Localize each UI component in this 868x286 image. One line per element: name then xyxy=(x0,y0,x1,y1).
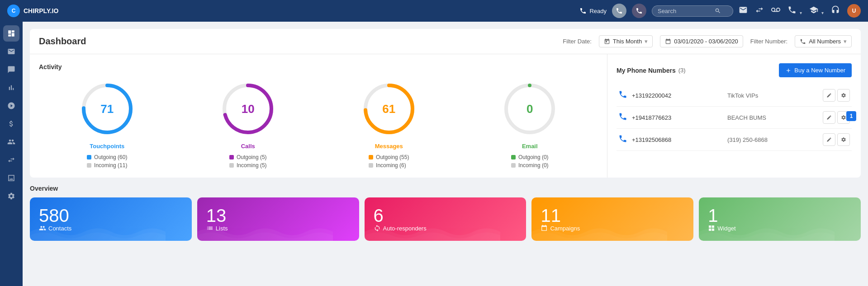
phone-numbers-count: (3) xyxy=(678,67,686,74)
legend-dot-outgoing xyxy=(87,155,91,159)
calendar-range-icon xyxy=(665,38,671,45)
overview-card-widget[interactable]: 1 Widget xyxy=(699,197,861,241)
nav-actions: ▾ ▾ U xyxy=(739,4,861,18)
filter-number-label: Filter Number: xyxy=(750,38,787,45)
phone-number-value: +13192200042 xyxy=(632,92,723,99)
overview-cards: 580 Contacts 13 Lists 6 Auto-responders xyxy=(30,197,861,241)
edit-phone-button[interactable] xyxy=(823,111,835,124)
donut-touchpoints: 71 xyxy=(78,80,137,138)
search-bar[interactable] xyxy=(652,5,733,17)
plus-icon xyxy=(785,67,792,74)
chart-label-messages: Messages xyxy=(375,143,403,150)
top-navigation: C CHIRPLY.IO Ready ▾ ▾ xyxy=(0,0,868,22)
overview-card-lists[interactable]: 13 Lists xyxy=(197,197,359,241)
overview-card-campaigns[interactable]: 11 Campaigns xyxy=(531,197,693,241)
chart-touchpoints: 71 Touchpoints Outgoing (60) Incoming (1… xyxy=(78,80,137,169)
voicemail-icon[interactable] xyxy=(771,5,780,17)
filter-number-select[interactable]: All Numbers ▾ xyxy=(795,35,852,47)
date-range-value: 03/01/2020 - 03/06/2020 xyxy=(674,38,738,45)
overview-title: Overview xyxy=(30,185,861,192)
chart-label-email: Email xyxy=(522,143,538,150)
phone-row: +19418776623 BEACH BUMS xyxy=(617,107,852,129)
headphones-icon[interactable] xyxy=(831,5,840,17)
settings-phone-button[interactable] xyxy=(837,89,850,102)
cap-dropdown-icon[interactable]: ▾ xyxy=(809,5,824,17)
activity-title: Activity xyxy=(39,63,598,70)
donut-calls: 10 xyxy=(218,80,277,138)
card-wave xyxy=(197,223,333,241)
donut-value-touchpoints: 71 xyxy=(100,102,114,116)
chart-legend-messages: Outgoing (55) Incoming (6) xyxy=(369,154,409,169)
ready-status: Ready xyxy=(579,7,607,14)
avatar[interactable]: U xyxy=(847,4,861,18)
chart-legend-calls: Outgoing (5) Incoming (5) xyxy=(229,154,267,169)
legend-outgoing-label: Outgoing (60) xyxy=(94,154,127,160)
sidebar-item-billing[interactable] xyxy=(3,116,19,132)
phone-filter-icon xyxy=(800,38,806,45)
sidebar-item-reports[interactable] xyxy=(3,80,19,96)
notification-badge: 1 xyxy=(846,111,856,121)
legend-dot-incoming xyxy=(229,163,234,168)
phone-number-icon xyxy=(618,90,627,101)
mail-icon[interactable] xyxy=(739,5,748,17)
phone-number-icon xyxy=(618,134,627,145)
edit-phone-button[interactable] xyxy=(823,133,835,146)
charts-row: 71 Touchpoints Outgoing (60) Incoming (1… xyxy=(39,80,598,169)
chart-legend-touchpoints: Outgoing (60) Incoming (11) xyxy=(87,154,127,169)
sidebar-item-media[interactable] xyxy=(3,170,19,186)
legend-dot-incoming xyxy=(369,163,373,168)
settings-phone-button[interactable] xyxy=(837,133,850,146)
donut-value-calls: 10 xyxy=(242,102,255,116)
sidebar-item-campaigns[interactable] xyxy=(3,98,19,114)
search-input[interactable] xyxy=(658,8,712,14)
card-number-autoresponders: 6 xyxy=(374,206,517,225)
buy-number-button[interactable]: Buy a New Number xyxy=(779,63,852,77)
main-layout: Dashboard Filter Date: This Month ▾ 03/0… xyxy=(0,22,868,286)
filter-area: Filter Date: This Month ▾ 03/01/2020 - 0… xyxy=(563,35,852,47)
phone-numbers-panel: My Phone Numbers (3) Buy a New Number +1… xyxy=(607,54,861,178)
calendar-icon xyxy=(604,38,610,45)
legend-dot-outgoing xyxy=(369,155,373,159)
phone-row: +13192200042 TikTok VIPs xyxy=(617,84,852,107)
transfer-icon[interactable] xyxy=(755,5,764,17)
phone-dropdown-icon[interactable]: ▾ xyxy=(787,5,802,17)
sidebar-item-dashboard[interactable] xyxy=(3,25,19,42)
phone-actions xyxy=(823,111,850,124)
filter-date-arrow: ▾ xyxy=(645,38,648,45)
phone-number-name: TikTok VIPs xyxy=(727,92,818,99)
card-number-widget: 1 xyxy=(708,206,852,225)
sidebar-item-users[interactable] xyxy=(3,134,19,150)
legend-outgoing-label: Outgoing (55) xyxy=(376,154,409,160)
logo: C CHIRPLY.IO xyxy=(7,5,62,17)
legend-outgoing-label: Outgoing (0) xyxy=(518,154,549,160)
filter-date-select[interactable]: This Month ▾ xyxy=(599,35,653,47)
legend-dot-incoming xyxy=(511,163,516,168)
edit-phone-button[interactable] xyxy=(823,89,835,102)
phone-row: +13192506868 (319) 250-6868 xyxy=(617,129,852,151)
phone-number-value: +19418776623 xyxy=(632,114,723,121)
card-wave xyxy=(699,223,835,241)
phone-icon xyxy=(579,7,587,14)
phone-actions xyxy=(823,89,850,102)
legend-outgoing-calls: Outgoing (5) xyxy=(229,154,267,160)
card-wave xyxy=(365,223,500,241)
end-call-button[interactable] xyxy=(632,4,646,18)
chart-label-calls: Calls xyxy=(241,143,255,150)
sidebar-item-settings[interactable] xyxy=(3,188,19,204)
phone-numbers-header: My Phone Numbers (3) Buy a New Number xyxy=(617,63,852,77)
date-range-picker[interactable]: 03/01/2020 - 03/06/2020 xyxy=(660,35,743,47)
donut-messages: 61 xyxy=(360,80,418,138)
overview-card-autoresponders[interactable]: 6 Auto-responders xyxy=(365,197,526,241)
sidebar-item-forward[interactable] xyxy=(3,152,19,168)
legend-incoming-calls: Incoming (5) xyxy=(229,162,267,169)
filter-number-arrow: ▾ xyxy=(844,38,847,45)
legend-incoming-email: Incoming (0) xyxy=(511,162,549,169)
phone-actions xyxy=(823,133,850,146)
chart-email: 0 Email Outgoing (0) Incoming (0) xyxy=(500,80,559,169)
call-button[interactable] xyxy=(612,4,626,18)
sidebar-item-contacts[interactable] xyxy=(3,61,19,78)
overview-card-contacts[interactable]: 580 Contacts xyxy=(30,197,192,241)
sidebar-item-inbox[interactable] xyxy=(3,43,19,60)
legend-incoming-touchpoints: Incoming (11) xyxy=(87,162,127,169)
legend-dot-incoming xyxy=(87,163,91,168)
